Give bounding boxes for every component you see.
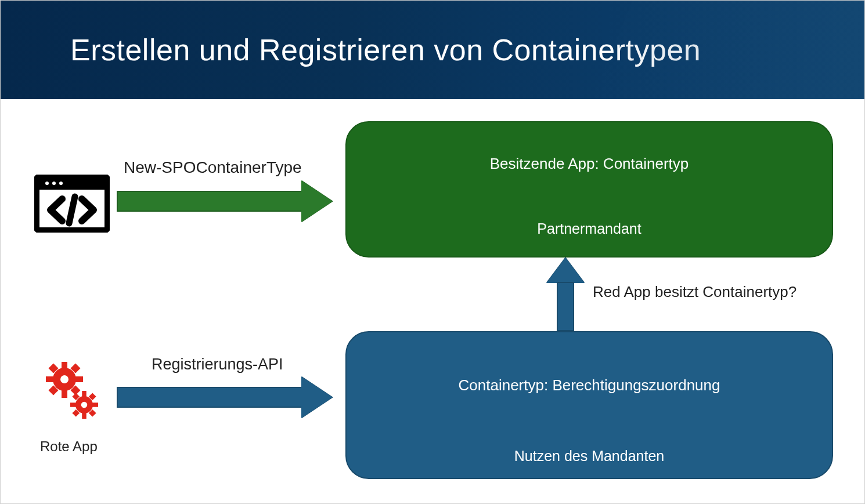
box-consuming-line2: Nutzen des Mandanten (347, 448, 832, 465)
svg-rect-18 (82, 413, 86, 419)
arrow-head (546, 258, 585, 283)
arrow-label-registration: Registrierungs-API (152, 356, 283, 374)
svg-rect-19 (70, 403, 77, 407)
svg-point-15 (60, 375, 69, 383)
svg-rect-7 (62, 362, 67, 369)
arrow-red-question (551, 259, 580, 331)
svg-point-4 (59, 182, 63, 185)
svg-rect-17 (82, 391, 86, 397)
arrow-head (301, 180, 333, 222)
svg-rect-9 (46, 376, 54, 382)
gears-icon (42, 362, 106, 426)
box-partner-line1: Besitzende App: Containertyp (347, 155, 832, 173)
arrow-label-new-container: New-SPOContainerType (124, 158, 302, 177)
box-partner-line2: Partnermandant (347, 220, 832, 237)
arrow-head (301, 376, 333, 418)
red-app-label: Rote App (40, 438, 98, 455)
header-bar: Erstellen und Registrieren von Container… (1, 1, 864, 99)
box-partner-tenant: Besitzende App: Containertyp Partnermand… (345, 121, 833, 258)
code-icon (34, 175, 110, 233)
svg-rect-20 (92, 403, 99, 407)
svg-point-2 (45, 182, 49, 185)
arrow-new-container (117, 184, 337, 219)
page-title: Erstellen und Registrieren von Container… (70, 32, 701, 67)
arrow-registration (117, 380, 337, 415)
box-consuming-line1: Containertyp: Berechtigungszuordnung (347, 376, 832, 394)
svg-rect-10 (75, 376, 83, 382)
arrow-shaft (557, 282, 574, 331)
box-consuming-tenant: Containertyp: Berechtigungszuordnung Nut… (345, 331, 833, 479)
svg-rect-8 (62, 390, 67, 398)
diagram-canvas: New-SPOContainerType Besitzende App: Con… (1, 99, 864, 503)
svg-point-3 (52, 182, 56, 185)
slide: Erstellen und Registrieren von Container… (0, 0, 865, 504)
arrow-label-red-question: Red App besitzt Containertyp? (593, 283, 796, 301)
arrow-shaft (117, 387, 302, 408)
arrow-shaft (117, 191, 302, 212)
svg-point-25 (81, 402, 88, 408)
